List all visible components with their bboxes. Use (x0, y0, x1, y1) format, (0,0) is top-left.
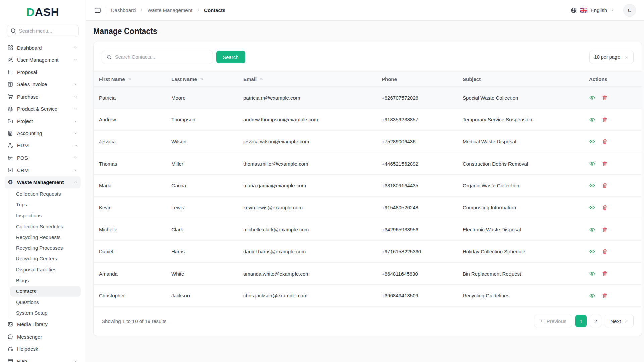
cell-first-name: Christopher (94, 285, 166, 307)
sidebar-item-hrm[interactable]: HRM (5, 139, 81, 152)
cell-last-name: Harris (166, 241, 238, 263)
cell-actions (584, 196, 642, 219)
sidebar-item-crm[interactable]: CRM (5, 164, 81, 176)
sidebar-item-sales-invoice[interactable]: Sales Invoice (5, 78, 81, 91)
column-label: Actions (589, 76, 607, 82)
sort-icon[interactable] (199, 77, 204, 81)
chevron-right-icon (624, 318, 628, 324)
delete-contact-button[interactable] (602, 293, 608, 299)
view-contact-button[interactable] (589, 248, 595, 255)
sidebar-item-purchase[interactable]: Purchase (5, 90, 81, 103)
sidebar-item-label: Messenger (17, 334, 42, 340)
sidebar-subitem-disposal-facilities[interactable]: Disposal Facilities (10, 264, 81, 275)
breadcrumb-item-waste-management[interactable]: Waste Management (147, 7, 192, 13)
view-contact-button[interactable] (589, 161, 595, 167)
sidebar-item-accounting[interactable]: Accounting (5, 127, 81, 140)
view-contact-button[interactable] (589, 95, 595, 101)
cell-phone: +918359238857 (376, 109, 457, 131)
sidebar-item-waste-management[interactable]: ♻Waste Management (5, 176, 81, 189)
next-page-button[interactable]: Next (605, 315, 634, 327)
avatar[interactable]: C (623, 4, 636, 17)
delete-contact-button[interactable] (602, 248, 608, 255)
column-header-last-name: Last Name (166, 72, 238, 87)
view-contact-button[interactable] (589, 138, 595, 145)
delete-contact-button[interactable] (602, 138, 608, 145)
sidebar-item-media-library[interactable]: Media Library (5, 318, 81, 331)
column-label: Email (243, 76, 257, 82)
sidebar-item-project[interactable]: Project (5, 115, 81, 127)
view-contact-button[interactable] (589, 270, 595, 277)
sidebar-item-user-management[interactable]: User Management (5, 54, 81, 66)
topbar-divider (106, 7, 106, 14)
chevron-down-icon (74, 107, 78, 111)
sidebar-item-label: Dashboard (17, 45, 42, 51)
page-title: Manage Contacts (93, 27, 640, 36)
delete-contact-button[interactable] (602, 204, 608, 211)
delete-contact-button[interactable] (602, 182, 608, 189)
sidebar-subitem-collection-requests[interactable]: Collection Requests (10, 188, 81, 199)
table-row: MichelleClarkmichelle.clark@example.com+… (94, 219, 642, 241)
delete-contact-button[interactable] (602, 95, 608, 101)
cell-email: patricia.m@example.com (238, 87, 376, 109)
sidebar-item-messenger[interactable]: Messenger (5, 330, 81, 343)
sidebar-subitem-system-setup[interactable]: System Setup (10, 307, 81, 318)
view-contact-button[interactable] (589, 117, 595, 123)
sidebar-subitem-blogs[interactable]: Blogs (10, 275, 81, 286)
cell-subject: Organic Waste Collection (457, 175, 584, 197)
view-contact-button[interactable] (589, 182, 595, 189)
sales-invoice-icon (7, 81, 13, 87)
search-button[interactable]: Search (216, 51, 245, 63)
sidebar-item-helpdesk[interactable]: Helpdesk (5, 343, 81, 355)
view-contact-button[interactable] (589, 293, 595, 299)
sidebar-subitem-collection-schedules[interactable]: Collection Schedules (10, 221, 81, 232)
previous-page-button[interactable]: Previous (534, 315, 572, 327)
delete-contact-button[interactable] (602, 117, 608, 123)
sidebar-subitem-recycling-requests[interactable]: Recycling Requests (10, 232, 81, 242)
chevron-down-icon (74, 156, 78, 160)
sidebar-subitem-recycling-centers[interactable]: Recycling Centers (10, 253, 81, 264)
cell-first-name: Jessica (94, 131, 166, 153)
sidebar-item-dashboard[interactable]: Dashboard (5, 42, 81, 54)
delete-contact-button[interactable] (602, 270, 608, 277)
table-row: AndrewThompsonandrew.thompson@example.co… (94, 109, 642, 131)
uk-flag-icon[interactable] (580, 8, 587, 13)
sidebar-item-pos[interactable]: POS (5, 152, 81, 164)
contacts-table: First NameLast NameEmailPhoneSubjectActi… (94, 71, 642, 306)
sidebar: DASH DashboardUser ManagementProposalSal… (0, 0, 86, 362)
sidebar-nav: DashboardUser ManagementProposalSales In… (0, 41, 86, 362)
sidebar-item-product-service[interactable]: Product & Service (5, 103, 81, 115)
sidebar-toggle-icon[interactable] (94, 7, 101, 14)
per-page-select[interactable]: 10 per page (589, 51, 634, 63)
cell-phone: +331809164435 (376, 175, 457, 197)
chevron-down-icon (74, 58, 78, 62)
view-contact-button[interactable] (589, 204, 595, 211)
sidebar-subitem-recycling-processes[interactable]: Recycling Processes (10, 242, 81, 253)
product-service-icon (7, 106, 13, 112)
view-contact-button[interactable] (589, 227, 595, 233)
sidebar-subitem-trips[interactable]: Trips (10, 199, 81, 210)
results-summary: Showing 1 to 10 of 19 results (102, 318, 166, 324)
chevron-down-icon[interactable] (610, 8, 614, 12)
page-button-2[interactable]: 2 (590, 315, 601, 327)
globe-icon[interactable] (570, 7, 577, 14)
sidebar-item-plan[interactable]: Plan (5, 355, 81, 362)
table-row: JessicaWilsonjessica.wilson@example.com+… (94, 131, 642, 153)
cell-subject: Electronic Waste Disposal (457, 219, 584, 241)
sidebar-item-proposal[interactable]: Proposal (5, 66, 81, 78)
cell-phone: +826707572026 (376, 87, 457, 109)
page-button-1[interactable]: 1 (575, 315, 587, 327)
sort-icon[interactable] (127, 77, 132, 81)
contacts-search-input[interactable] (115, 54, 209, 60)
delete-contact-button[interactable] (602, 227, 608, 233)
sidebar-subitem-questions[interactable]: Questions (10, 297, 81, 307)
delete-contact-button[interactable] (602, 161, 608, 167)
cell-subject: Medical Waste Disposal (457, 131, 584, 153)
sidebar-subitem-inspections[interactable]: Inspections (10, 210, 81, 221)
breadcrumb-item-dashboard[interactable]: Dashboard (111, 7, 136, 13)
breadcrumb: DashboardWaste ManagementContacts (111, 7, 225, 13)
menu-search-input[interactable] (19, 28, 75, 34)
sort-icon[interactable] (259, 77, 264, 81)
sidebar-subitem-contacts[interactable]: Contacts (10, 286, 81, 297)
language-label[interactable]: English (591, 7, 607, 13)
column-header-first-name: First Name (94, 72, 166, 87)
